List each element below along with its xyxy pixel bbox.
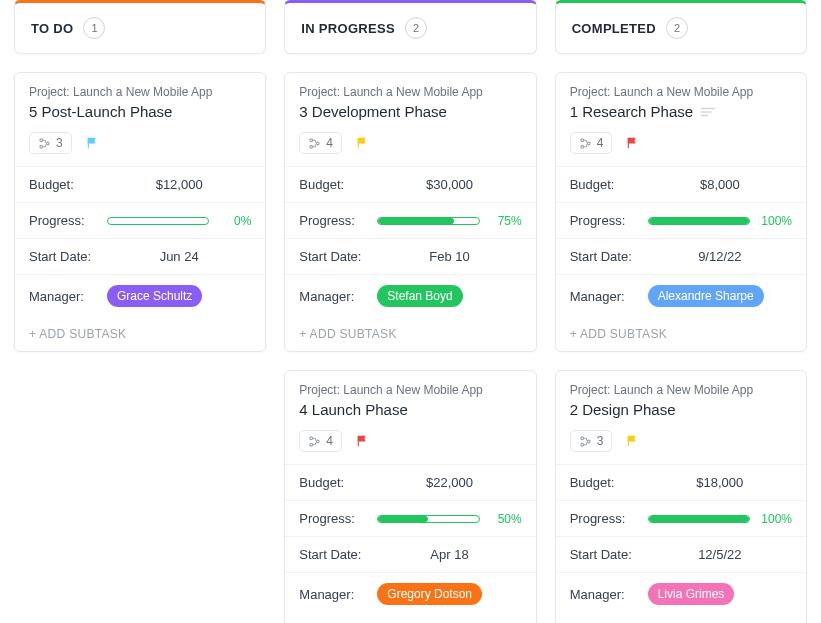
manager-row: Manager:Alexandre Sharpe <box>556 274 806 317</box>
column-count-badge: 2 <box>666 17 688 39</box>
drag-handle-icon[interactable] <box>701 107 715 117</box>
svg-point-3 <box>310 138 313 141</box>
start-date-value[interactable]: Apr 18 <box>377 547 521 562</box>
budget-row: Budget:$12,000 <box>15 166 265 202</box>
budget-value[interactable]: $22,000 <box>377 475 521 490</box>
progress-percent: 75% <box>488 214 522 228</box>
add-subtask-button[interactable]: + ADD SUBTASK <box>556 317 806 351</box>
manager-cell: Livia Grimes <box>648 583 792 605</box>
budget-label: Budget: <box>570 177 648 192</box>
subtask-count-chip[interactable]: 4 <box>299 132 342 154</box>
column-header-todo[interactable]: TO DO1 <box>14 0 266 54</box>
svg-point-16 <box>581 443 584 446</box>
progress-fill <box>649 516 749 522</box>
start-date-value[interactable]: 12/5/22 <box>648 547 792 562</box>
progress-bar[interactable] <box>377 515 479 523</box>
svg-point-17 <box>587 440 590 443</box>
progress-bar[interactable] <box>377 217 479 225</box>
add-subtask-button[interactable]: + ADD SUBTASK <box>285 615 535 623</box>
progress-row: Progress:75% <box>285 202 535 238</box>
chips-row: 4 <box>299 430 521 452</box>
manager-pill[interactable]: Stefan Boyd <box>377 285 462 307</box>
subtask-count-chip[interactable]: 3 <box>570 430 613 452</box>
progress-bar[interactable] <box>107 217 209 225</box>
task-title[interactable]: 5 Post-Launch Phase <box>29 103 172 120</box>
start-date-value[interactable]: Jun 24 <box>107 249 251 264</box>
subtask-count: 3 <box>597 434 604 448</box>
flag-icon[interactable] <box>86 136 100 150</box>
start-date-row: Start Date:Jun 24 <box>15 238 265 274</box>
task-card[interactable]: Project: Launch a New Mobile App3 Develo… <box>284 72 536 352</box>
manager-pill[interactable]: Gregory Dotson <box>377 583 482 605</box>
svg-point-1 <box>40 145 43 148</box>
start-date-label: Start Date: <box>29 249 107 264</box>
budget-value[interactable]: $30,000 <box>377 177 521 192</box>
task-title[interactable]: 2 Design Phase <box>570 401 676 418</box>
progress-percent: 100% <box>758 214 792 228</box>
manager-pill[interactable]: Alexandre Sharpe <box>648 285 764 307</box>
progress-bar[interactable] <box>648 217 750 225</box>
budget-value[interactable]: $18,000 <box>648 475 792 490</box>
start-date-value[interactable]: 9/12/22 <box>648 249 792 264</box>
start-date-row: Start Date:Feb 10 <box>285 238 535 274</box>
chips-row: 3 <box>570 430 792 452</box>
svg-point-6 <box>310 436 313 439</box>
subtask-count: 4 <box>326 434 333 448</box>
column-count-badge: 1 <box>83 17 105 39</box>
budget-label: Budget: <box>299 475 377 490</box>
task-title[interactable]: 3 Development Phase <box>299 103 447 120</box>
budget-label: Budget: <box>570 475 648 490</box>
start-date-label: Start Date: <box>299 249 377 264</box>
task-card[interactable]: Project: Launch a New Mobile App2 Design… <box>555 370 807 623</box>
start-date-value[interactable]: Feb 10 <box>377 249 521 264</box>
card-header: Project: Launch a New Mobile App1 Resear… <box>556 73 806 154</box>
subtask-count-chip[interactable]: 4 <box>570 132 613 154</box>
progress-fill <box>649 218 749 224</box>
subtask-icon <box>308 435 321 448</box>
manager-cell: Grace Schultz <box>107 285 251 307</box>
column-todo: TO DO1Project: Launch a New Mobile App5 … <box>14 0 266 623</box>
column-header-completed[interactable]: COMPLETED2 <box>555 0 807 54</box>
start-date-row: Start Date:Apr 18 <box>285 536 535 572</box>
start-date-label: Start Date: <box>299 547 377 562</box>
subtask-count-chip[interactable]: 3 <box>29 132 72 154</box>
manager-pill[interactable]: Livia Grimes <box>648 583 735 605</box>
task-title[interactable]: 1 Research Phase <box>570 103 693 120</box>
task-card[interactable]: Project: Launch a New Mobile App4 Launch… <box>284 370 536 623</box>
column-header-inprogress[interactable]: IN PROGRESS2 <box>284 0 536 54</box>
add-subtask-button[interactable]: + ADD SUBTASK <box>285 317 535 351</box>
add-subtask-button[interactable]: + ADD SUBTASK <box>15 317 265 351</box>
flag-icon[interactable] <box>356 136 370 150</box>
start-date-label: Start Date: <box>570 547 648 562</box>
progress-label: Progress: <box>570 511 648 526</box>
flag-icon[interactable] <box>356 434 370 448</box>
project-label: Project: Launch a New Mobile App <box>570 85 792 99</box>
progress-fill <box>378 516 428 522</box>
budget-value[interactable]: $12,000 <box>107 177 251 192</box>
budget-row: Budget:$18,000 <box>556 464 806 500</box>
task-title[interactable]: 4 Launch Phase <box>299 401 407 418</box>
manager-pill[interactable]: Grace Schultz <box>107 285 202 307</box>
add-subtask-button[interactable]: + ADD SUBTASK <box>556 615 806 623</box>
chips-row: 4 <box>299 132 521 154</box>
flag-icon[interactable] <box>626 434 640 448</box>
project-label: Project: Launch a New Mobile App <box>570 383 792 397</box>
column-title: TO DO <box>31 21 73 36</box>
project-label: Project: Launch a New Mobile App <box>299 383 521 397</box>
task-card[interactable]: Project: Launch a New Mobile App5 Post-L… <box>14 72 266 352</box>
progress-bar[interactable] <box>648 515 750 523</box>
subtask-icon <box>308 137 321 150</box>
manager-cell: Gregory Dotson <box>377 583 521 605</box>
task-card[interactable]: Project: Launch a New Mobile App1 Resear… <box>555 72 807 352</box>
card-header: Project: Launch a New Mobile App5 Post-L… <box>15 73 265 154</box>
subtask-icon <box>38 137 51 150</box>
manager-row: Manager:Grace Schultz <box>15 274 265 317</box>
progress-wrap: 100% <box>648 214 792 228</box>
progress-row: Progress:100% <box>556 500 806 536</box>
flag-icon[interactable] <box>626 136 640 150</box>
budget-row: Budget:$8,000 <box>556 166 806 202</box>
progress-percent: 100% <box>758 512 792 526</box>
budget-value[interactable]: $8,000 <box>648 177 792 192</box>
subtask-count-chip[interactable]: 4 <box>299 430 342 452</box>
progress-wrap: 75% <box>377 214 521 228</box>
